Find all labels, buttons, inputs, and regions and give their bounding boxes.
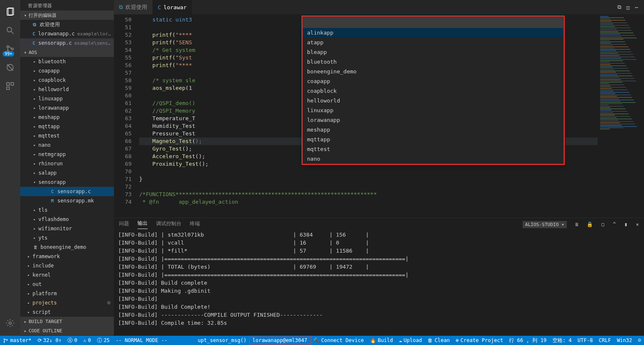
editor[interactable]: 5051525354555657585960616263646566676869… [114, 14, 644, 218]
chevron-right-icon: ▸ [23, 329, 28, 333]
open-editors-header[interactable]: ▾ 打开的编辑器 [20, 11, 114, 20]
errors-count[interactable]: ⓧ 0 [65, 336, 80, 345]
chevron-right-icon: ▸ [32, 208, 37, 212]
folder-tree-item[interactable]: ▸nano [20, 140, 114, 150]
git-branch[interactable]: master* [0, 336, 35, 345]
feedback-icon[interactable]: ☺ [635, 336, 644, 345]
chevron-right-icon: ▸ [32, 115, 37, 119]
panel-tab-terminal[interactable]: 终端 [190, 220, 200, 229]
folder-tree-item[interactable]: ▸lorawanapp [20, 103, 114, 113]
output-channel-select[interactable]: ALIOS-STUDIO ▾ [523, 221, 567, 228]
palette-item[interactable]: nano [303, 154, 563, 164]
language-mode[interactable]: Win32 [614, 336, 635, 345]
maximize-icon[interactable]: ▮ [625, 221, 628, 227]
palette-item[interactable]: linuxapp [303, 105, 563, 115]
folder-tree-item[interactable]: ▸helloworld [20, 85, 114, 94]
palette-item[interactable]: mqttest [303, 144, 563, 154]
folder-tree-item[interactable]: ▸vflashdemo [20, 215, 114, 224]
file-tree-item[interactable]: Msensorapp.mk [20, 196, 114, 205]
palette-input[interactable] [302, 16, 564, 27]
minimap[interactable] [598, 14, 644, 218]
chevron-right-icon: ▸ [26, 273, 31, 277]
editor-tab[interactable]: ⧉欢迎使用 [114, 0, 153, 14]
palette-item[interactable]: helloworld [303, 96, 563, 105]
folder-tree-item[interactable]: ▸meshapp [20, 113, 114, 122]
code-outline-header[interactable]: ▸ CODE OUTLINE [20, 326, 114, 335]
folder-tree-item[interactable]: ▸netmgrapp [20, 150, 114, 159]
folder-tree-item[interactable]: ▸yts [20, 233, 114, 243]
more-icon[interactable]: ⋯ [635, 4, 638, 11]
folder-tree-item[interactable]: ▸platform [20, 289, 114, 298]
open-editor-item[interactable]: Csensorapp.cexample\sensor... [20, 38, 114, 48]
project-header[interactable]: ▾ AOS [20, 48, 114, 57]
palette-item[interactable]: meshapp [303, 125, 563, 135]
clear-icon[interactable]: 🔒 [587, 221, 593, 227]
create-project[interactable]: ⊕ Create Project [453, 336, 506, 345]
chevron-right-icon: ▸ [32, 171, 37, 175]
compare-icon[interactable]: ⧉ [617, 4, 621, 11]
warnings-count[interactable]: ⚠ 0 [80, 336, 94, 345]
filter-icon[interactable]: ≣ [575, 221, 578, 227]
open-editor-item[interactable]: Clorawanapp.cexample\loraw... [20, 29, 114, 38]
panel-tab-problems[interactable]: 问题 [119, 220, 129, 229]
palette-item[interactable]: bleapp [303, 47, 563, 57]
info-count[interactable]: ⓘ 25 [94, 336, 113, 345]
folder-tree-item[interactable]: ▸mqttest [20, 131, 114, 140]
explorer-icon[interactable] [0, 3, 20, 21]
git-sync[interactable]: ⟳32↓ 0↑ [35, 336, 65, 345]
editor-tab[interactable]: Clorawar [153, 0, 192, 14]
build-action[interactable]: 🔥 Build [367, 336, 396, 345]
clean-action[interactable]: 🗑 Clean [425, 336, 453, 345]
folder-tree-item[interactable]: ▸include [20, 261, 114, 270]
file-tree-item[interactable]: Csensorapp.c [20, 187, 114, 196]
current-function[interactable]: upt_sensor_msg() [195, 336, 250, 345]
collapse-icon[interactable]: ▢ [601, 221, 604, 227]
folder-tree-item[interactable]: ▸wifimonitor [20, 224, 114, 233]
folder-tree-item[interactable]: ▸tls [20, 205, 114, 215]
folder-tree-item[interactable]: ≣boneengine_demo [20, 243, 114, 252]
folder-tree-item[interactable]: ▸coapapp [20, 66, 114, 75]
palette-item[interactable]: coapblock [303, 86, 563, 96]
panel-tab-output[interactable]: 输出 [137, 220, 148, 229]
folder-tree-item[interactable]: ▸coapblock [20, 75, 114, 85]
folder-tree-item[interactable]: ▸framework [20, 252, 114, 261]
palette-item[interactable]: atapp [303, 38, 563, 47]
connect-device[interactable]: 🔌 Connect Device [310, 336, 367, 345]
folder-tree-item[interactable]: ▸bluetooth [20, 57, 114, 66]
open-editor-item[interactable]: ⧉欢迎使用 [20, 20, 114, 29]
palette-item[interactable]: coapapp [303, 76, 563, 86]
folder-tree-item[interactable]: ▸linuxapp [20, 94, 114, 103]
vscode-icon: ⧉ [119, 4, 123, 11]
indent-type[interactable]: 空格: 4 [550, 336, 575, 345]
eol[interactable]: CRLF [596, 336, 614, 345]
palette-item[interactable]: boneengine_demo [303, 67, 563, 76]
upload-action[interactable]: ☁ Upload [396, 336, 425, 345]
search-icon[interactable] [0, 21, 20, 40]
build-target-header[interactable]: ▸ BUILD TARGET [20, 317, 114, 326]
chevron-up-icon[interactable]: ^ [613, 221, 616, 227]
debug-icon[interactable] [0, 58, 20, 77]
folder-tree-item[interactable]: ▸projects [20, 298, 114, 307]
cursor-position[interactable]: 行 66 , 列 19 [506, 336, 550, 345]
settings-gear-icon[interactable] [0, 314, 20, 332]
folder-tree-item[interactable]: ▸out [20, 280, 114, 289]
status-bar: master* ⟳32↓ 0↑ ⓧ 0 ⚠ 0 ⓘ 25 -- NORMAL M… [0, 336, 644, 345]
palette-item[interactable]: alinkapp [303, 28, 563, 38]
palette-item[interactable]: bluetooth [303, 57, 563, 67]
folder-tree-item[interactable]: ▸mqttapp [20, 122, 114, 131]
palette-item[interactable]: mqttapp [303, 135, 563, 144]
output-body[interactable]: [INFO-Build] | stm32l071kb | 6384 | 156 … [114, 231, 644, 336]
source-control-icon[interactable]: 99+ [0, 40, 20, 58]
folder-tree-item[interactable]: ▸kernel [20, 270, 114, 280]
encoding[interactable]: UTF-8 [575, 336, 596, 345]
folder-tree-item[interactable]: ▸salapp [20, 168, 114, 178]
folder-tree-item[interactable]: ▸rhinorun [20, 159, 114, 168]
palette-item[interactable]: lorawanapp [303, 115, 563, 125]
panel-tab-debug[interactable]: 调试控制台 [156, 220, 181, 229]
folder-tree-item[interactable]: ▾sensorapp [20, 178, 114, 187]
split-editor-icon[interactable]: ◫ [626, 4, 630, 11]
folder-tree-item[interactable]: ▸script [20, 307, 114, 317]
build-target[interactable]: lorawanapp@eml3047 [249, 336, 310, 345]
close-icon[interactable]: ✕ [636, 221, 639, 227]
extensions-icon[interactable] [0, 77, 20, 95]
